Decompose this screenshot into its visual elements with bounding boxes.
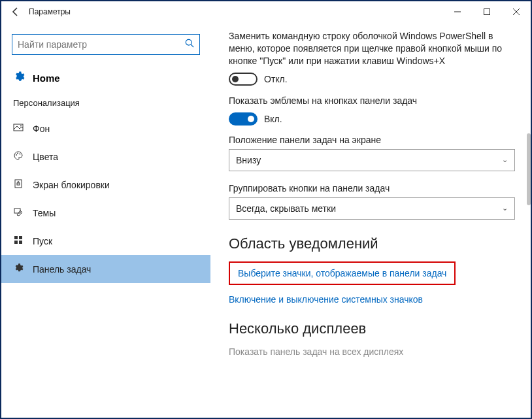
group-buttons-label: Группировать кнопки на панели задач (229, 183, 515, 193)
lock-icon (13, 178, 24, 191)
home-link[interactable]: Home (1, 64, 210, 93)
svg-rect-11 (15, 180, 22, 188)
system-icons-link[interactable]: Включение и выключение системных значков (229, 294, 515, 305)
nav-label: Пуск (33, 236, 52, 246)
svg-point-9 (17, 153, 18, 154)
nav-label: Панель задач (33, 264, 91, 275)
highlighted-link-box: Выберите значки, отображаемые в панели з… (229, 261, 456, 285)
palette-icon (13, 150, 24, 163)
image-icon (13, 122, 24, 135)
svg-rect-12 (17, 183, 20, 185)
chevron-down-icon: ⌄ (502, 156, 508, 164)
toggle-state-label: Вкл. (264, 114, 282, 124)
svg-point-8 (16, 154, 17, 156)
start-icon (13, 235, 24, 247)
home-label: Home (33, 73, 60, 84)
multi-display-text: Показать панель задач на всех дисплеях (229, 346, 515, 357)
sidebar-item-background[interactable]: Фон (1, 114, 210, 142)
select-icons-link[interactable]: Выберите значки, отображаемые в панели з… (238, 268, 446, 278)
search-input[interactable] (18, 39, 185, 50)
svg-point-4 (186, 39, 191, 45)
select-value: Внизу (236, 155, 261, 165)
badges-description: Показать эмблемы на кнопках панели задач (229, 95, 515, 107)
sidebar: Home Персонализация Фон Цвета Экран блок… (1, 22, 210, 418)
svg-line-5 (191, 44, 193, 47)
maximize-button[interactable] (472, 2, 501, 22)
taskbar-position-select[interactable]: Внизу ⌄ (229, 149, 515, 171)
sidebar-item-start[interactable]: Пуск (1, 227, 210, 255)
minimize-button[interactable] (442, 2, 472, 22)
taskbar-icon (13, 263, 24, 275)
scrollbar[interactable] (527, 133, 531, 205)
sidebar-item-colors[interactable]: Цвета (1, 142, 210, 171)
svg-point-7 (20, 126, 22, 127)
svg-rect-13 (14, 209, 20, 213)
powershell-toggle[interactable] (229, 73, 258, 86)
badges-toggle[interactable] (229, 112, 258, 126)
powershell-description: Заменить командную строку оболочкой Wind… (229, 30, 515, 67)
group-buttons-select[interactable]: Всегда, скрывать метки ⌄ (229, 197, 515, 220)
close-button[interactable] (501, 2, 531, 22)
window-title: Параметры (29, 7, 442, 16)
category-label: Персонализация (1, 93, 210, 114)
svg-rect-16 (14, 241, 18, 244)
svg-rect-17 (19, 241, 22, 244)
main-panel: Заменить командную строку оболочкой Wind… (210, 22, 531, 418)
sidebar-item-taskbar[interactable]: Панель задач (1, 255, 210, 283)
svg-point-10 (20, 154, 21, 155)
svg-rect-15 (19, 236, 22, 239)
svg-rect-14 (14, 236, 18, 239)
multiple-displays-heading: Несколько дисплеев (229, 320, 515, 337)
back-button[interactable] (7, 3, 25, 21)
svg-rect-1 (484, 9, 490, 15)
select-value: Всегда, скрывать метки (236, 203, 336, 214)
nav-label: Темы (33, 208, 56, 218)
themes-icon (13, 207, 24, 219)
sidebar-item-themes[interactable]: Темы (1, 199, 210, 227)
search-box[interactable] (12, 34, 200, 55)
notification-area-heading: Область уведомлений (229, 235, 515, 252)
toggle-state-label: Откл. (264, 74, 288, 84)
sidebar-item-lockscreen[interactable]: Экран блокировки (1, 171, 210, 199)
gear-icon (13, 71, 25, 85)
chevron-down-icon: ⌄ (502, 204, 508, 212)
nav-label: Цвета (33, 152, 58, 162)
taskbar-position-label: Положение панели задач на экране (229, 135, 515, 145)
nav-label: Фон (33, 124, 50, 134)
titlebar: Параметры (1, 1, 531, 22)
nav-label: Экран блокировки (33, 180, 110, 190)
search-icon (185, 39, 194, 50)
